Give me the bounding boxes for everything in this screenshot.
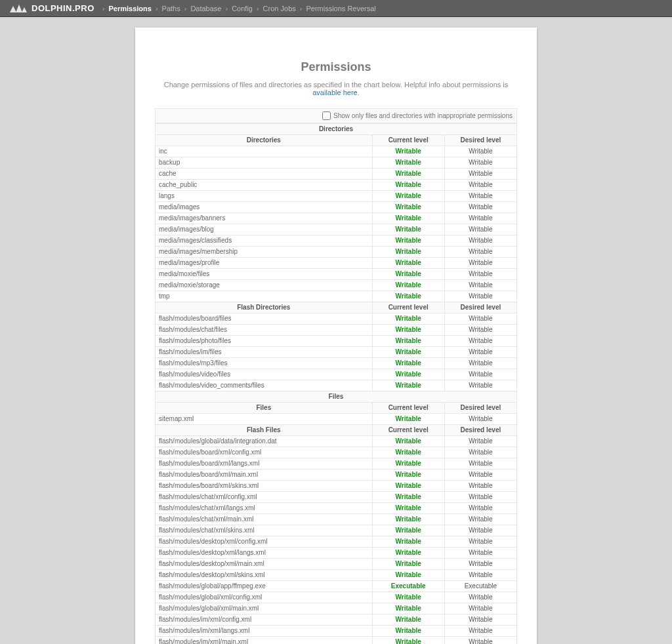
logo[interactable]: DOLPHIN.PRO — [9, 3, 94, 14]
cell-path: flash/modules/desktop/xml/config.xml — [156, 536, 373, 548]
cell-path: media/moxie/storage — [156, 280, 373, 291]
crumb-separator-icon: › — [156, 5, 158, 12]
cell-path: tmp — [156, 291, 373, 302]
cell-current-level: Writable — [372, 637, 444, 645]
cell-desired-level: Writable — [444, 637, 516, 645]
cell-current-level: Writable — [372, 313, 444, 325]
main-panel: Permissions Change permissions of files … — [135, 28, 537, 644]
cell-desired-level: Writable — [444, 235, 516, 247]
cell-desired-level: Writable — [444, 336, 516, 347]
cell-desired-level: Writable — [444, 436, 516, 447]
cell-current-level: Writable — [372, 592, 444, 603]
cell-path: inc — [156, 146, 373, 157]
crumb-config[interactable]: Config — [232, 5, 253, 12]
table-row: flash/modules/im/xml/langs.xmlWritableWr… — [156, 626, 517, 637]
col-current: Current level — [372, 425, 444, 436]
section-directories: Directories — [156, 124, 517, 135]
table-row: flash/modules/global/xml/config.xmlWrita… — [156, 592, 517, 603]
crumb-separator-icon: › — [300, 5, 303, 12]
cell-path: flash/modules/chat/xml/main.xml — [156, 514, 373, 525]
table-row: flash/modules/global/app/ffmpeg.exeExecu… — [156, 581, 517, 592]
cell-current-level: Writable — [372, 503, 444, 514]
table-row: flash/modules/board/xml/main.xmlWritable… — [156, 470, 517, 481]
cell-path: media/images/membership — [156, 247, 373, 258]
col-flash-directories: Flash Directories — [156, 302, 373, 313]
cell-desired-level: Writable — [444, 369, 516, 380]
col-desired: Desired level — [444, 425, 516, 436]
cell-current-level: Writable — [372, 235, 444, 247]
table-row: flash/modules/board/xml/skins.xmlWritabl… — [156, 481, 517, 492]
table-row: flash/modules/global/xml/main.xmlWritabl… — [156, 603, 517, 614]
cell-current-level: Writable — [372, 548, 444, 559]
cell-current-level: Writable — [372, 481, 444, 492]
cell-current-level: Writable — [372, 180, 444, 191]
cell-desired-level: Writable — [444, 291, 516, 302]
col-desired: Desired level — [444, 135, 516, 146]
crumb-permissions-reversal[interactable]: Permissions Reversal — [306, 5, 375, 12]
cell-current-level: Writable — [372, 280, 444, 291]
crumb-paths[interactable]: Paths — [162, 5, 180, 12]
cell-current-level: Writable — [372, 436, 444, 447]
help-link[interactable]: available here — [312, 89, 358, 96]
cell-desired-level: Writable — [444, 213, 516, 224]
cell-path: backup — [156, 157, 373, 169]
cell-path: flash/modules/desktop/xml/main.xml — [156, 559, 373, 570]
page-title: Permissions — [155, 60, 517, 74]
cell-path: flash/modules/chat/files — [156, 325, 373, 336]
table-row: flash/modules/board/xml/langs.xmlWritabl… — [156, 458, 517, 470]
cell-path: flash/modules/global/data/integration.da… — [156, 436, 373, 447]
table-row: media/imagesWritableWritable — [156, 202, 517, 213]
cell-path: flash/modules/board/xml/langs.xml — [156, 458, 373, 470]
table-row: flash/modules/photo/filesWritableWritabl… — [156, 336, 517, 347]
cell-current-level: Writable — [372, 347, 444, 358]
cell-path: media/moxie/files — [156, 269, 373, 280]
cell-desired-level: Writable — [444, 280, 516, 291]
cell-current-level: Writable — [372, 559, 444, 570]
brand-text: DOLPHIN.PRO — [32, 3, 94, 13]
cell-current-level: Writable — [372, 492, 444, 503]
cell-path: flash/modules/board/xml/skins.xml — [156, 481, 373, 492]
logo-icon — [9, 3, 28, 14]
cell-desired-level: Writable — [444, 536, 516, 548]
table-row: media/images/classifiedsWritableWritable — [156, 235, 517, 247]
cell-path: flash/modules/board/xml/main.xml — [156, 470, 373, 481]
cell-current-level: Writable — [372, 414, 444, 425]
table-row: flash/modules/chat/xml/skins.xmlWritable… — [156, 525, 517, 536]
cell-path: flash/modules/global/app/ffmpeg.exe — [156, 581, 373, 592]
table-row: flash/modules/mp3/filesWritableWritable — [156, 358, 517, 369]
table-row: incWritableWritable — [156, 146, 517, 157]
crumb-permissions[interactable]: Permissions — [108, 5, 151, 12]
cell-current-level: Writable — [372, 146, 444, 157]
col-flash-files: Flash Files — [156, 425, 373, 436]
table-row: media/images/membershipWritableWritable — [156, 247, 517, 258]
cell-desired-level: Writable — [444, 347, 516, 358]
cell-current-level: Writable — [372, 525, 444, 536]
cell-path: flash/modules/chat/xml/skins.xml — [156, 525, 373, 536]
table-row: flash/modules/desktop/xml/langs.xmlWrita… — [156, 548, 517, 559]
cell-current-level: Executable — [372, 581, 444, 592]
table-row: langsWritableWritable — [156, 191, 517, 202]
cell-path: media/images/blog — [156, 224, 373, 235]
cell-desired-level: Writable — [444, 514, 516, 525]
cell-desired-level: Writable — [444, 626, 516, 637]
cell-path: flash/modules/desktop/xml/skins.xml — [156, 570, 373, 581]
cell-current-level: Writable — [372, 603, 444, 614]
cell-current-level: Writable — [372, 224, 444, 235]
cell-desired-level: Writable — [444, 247, 516, 258]
col-current: Current level — [372, 135, 444, 146]
table-row: flash/modules/chat/xml/main.xmlWritableW… — [156, 514, 517, 525]
blurb-pre: Change permissions of files and director… — [164, 81, 509, 89]
table-row: flash/modules/global/data/integration.da… — [156, 436, 517, 447]
cell-desired-level: Writable — [444, 592, 516, 603]
crumb-cron-jobs[interactable]: Cron Jobs — [263, 5, 296, 12]
breadcrumb: ›Permissions›Paths›Database›Config›Cron … — [100, 5, 376, 12]
cell-path: flash/modules/global/xml/main.xml — [156, 603, 373, 614]
cell-desired-level: Writable — [444, 191, 516, 202]
crumb-database[interactable]: Database — [190, 5, 221, 12]
crumb-separator-icon: › — [184, 5, 187, 12]
cell-desired-level: Writable — [444, 470, 516, 481]
crumb-separator-icon: › — [257, 5, 259, 12]
filter-checkbox[interactable] — [322, 111, 331, 120]
table-row: flash/modules/desktop/xml/main.xmlWritab… — [156, 559, 517, 570]
cell-desired-level: Writable — [444, 503, 516, 514]
